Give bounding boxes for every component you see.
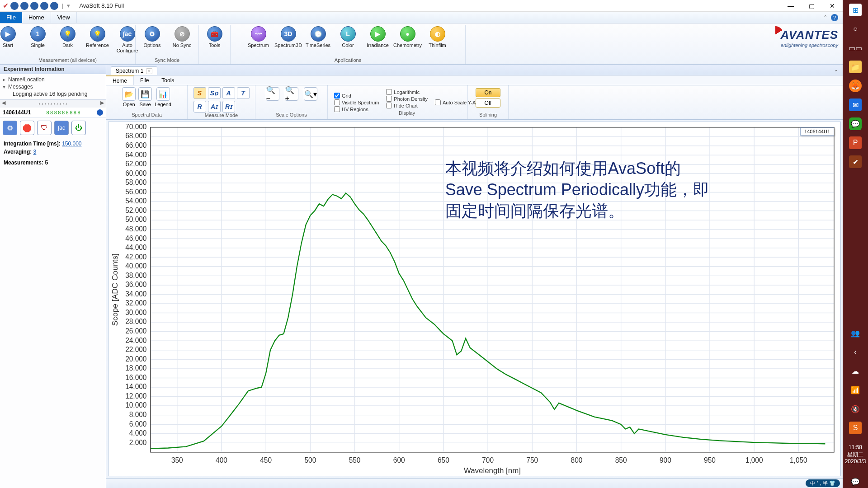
tab-spectrum-1[interactable]: Spectrum 1 × [111,66,157,75]
save-button[interactable]: 💾Save [138,87,152,107]
check-grid[interactable]: Grid [334,93,379,99]
taskbar-explorer-icon[interactable]: 📁 [849,61,862,73]
timeseries-button[interactable]: 🕒TimeSeries [305,26,332,48]
close-tab-icon[interactable]: × [146,68,152,74]
color-button[interactable]: LColor [335,26,362,48]
svg-text:26,000: 26,000 [125,327,147,335]
single-button[interactable]: 1Single [24,26,52,53]
taskbar-people-icon[interactable]: 👥 [849,327,862,339]
averaging-link[interactable]: 3 [33,149,37,155]
taskbar-cloud-icon[interactable]: ☁ [849,365,862,377]
quick-nav-4[interactable] [40,2,48,10]
tools-button[interactable]: 🧰Tools [201,26,228,48]
taskbar-firefox-icon[interactable]: 🦊 [849,80,862,92]
device-jac-icon[interactable]: ∫ac [54,121,69,135]
reference-button[interactable]: 💡Reference [84,26,111,53]
collapse-subribbon-icon[interactable]: ⌃ [834,69,843,75]
taskbar-circle-icon[interactable]: ○ [849,23,862,35]
spectrum3d-button[interactable]: 3DSpectrum3D [275,26,302,48]
taskbar-notifications-icon[interactable]: 💬 [849,475,862,488]
taskbar-ppt-icon[interactable]: P [849,136,862,149]
subtab-home[interactable]: Home [106,75,134,85]
svg-text:550: 550 [349,456,361,464]
thinfilm-button[interactable]: ◐Thinfilm [424,26,451,48]
spectrum-button[interactable]: 〰Spectrum [245,26,272,48]
options-button[interactable]: ⚙Options [139,26,166,48]
mode-s[interactable]: S [193,87,206,99]
mode-a[interactable]: A [222,87,235,99]
mode-ai[interactable]: Aɪ [208,101,221,113]
device-shield-icon[interactable]: 🛡 [37,121,52,135]
mode-ri[interactable]: Rɪ [222,101,235,113]
help-icon[interactable]: ? [831,14,838,21]
subtab-file[interactable]: File [134,75,155,85]
maximize-button[interactable]: ▢ [801,0,822,12]
subtab-tools[interactable]: Tools [155,75,180,85]
menu-home[interactable]: Home [22,12,51,23]
check-hide-chart[interactable]: Hide Chart [386,103,428,108]
tree-name-location[interactable]: ▸Name/Location [3,76,103,83]
ime-indicator[interactable]: 中 ° , 半 👕 [806,479,840,487]
irradiance-button[interactable]: ▶Irradiance [364,26,392,48]
mode-r[interactable]: R [193,101,206,113]
taskbar-wechat-icon[interactable]: 💬 [849,117,862,130]
dark-button[interactable]: 💡Dark [54,26,81,53]
taskbar-taskview-icon[interactable]: ▭▭ [849,42,862,54]
legend-button[interactable]: 📊Legend [155,87,171,107]
group-applications: Applications [335,57,361,63]
window-title: AvaSoft 8.10 Full [79,2,124,9]
check-uv[interactable]: UV Regions [334,106,379,112]
menu-view[interactable]: View [51,12,77,23]
close-button[interactable]: ✕ [822,0,843,12]
check-log[interactable]: Logarithmic [386,89,428,95]
zoom-dropdown[interactable]: 🔍▾ [304,87,317,101]
minimize-button[interactable]: — [780,0,801,12]
integration-time-link[interactable]: 150.000 [62,141,81,147]
svg-text:36,000: 36,000 [125,281,147,288]
taskbar-chevron-icon[interactable]: ‹ [849,346,862,358]
quick-nav-2[interactable] [20,2,28,10]
splining-on[interactable]: On [476,88,500,97]
taskbar-sound-icon[interactable]: 🔇 [849,403,862,415]
taskbar-sogou-icon[interactable]: S [849,422,862,434]
mode-t[interactable]: T [237,87,250,99]
taskbar-avasoft-icon[interactable]: ✔ [849,155,862,168]
ribbon: ▶Start 1Single 💡Dark 💡Reference ∫acAuto … [0,23,843,64]
panel-scroll[interactable]: ◀,,,,,,,,,,▶ [0,99,106,108]
collapse-ribbon-icon[interactable]: ⌃ [823,14,827,20]
system-clock[interactable]: 11:58 星期二 2020/3/3 [845,441,866,469]
check-visible-spectrum[interactable]: Visible Spectrum [334,99,379,105]
svg-text:16,000: 16,000 [125,374,147,381]
device-indicator [97,109,103,116]
svg-text:500: 500 [304,456,316,464]
tree-logging[interactable]: Logging active 16 logs pending [3,90,103,98]
device-stop-icon[interactable]: 🛑 [20,121,34,135]
menu-file[interactable]: File [0,12,22,23]
zoom-out-button[interactable]: 🔍− [266,87,279,101]
open-button[interactable]: 📂Open [122,87,136,107]
menubar: File Home View ⌃ ? [0,12,843,23]
device-row[interactable]: 1406144U1 888888888 [0,108,106,118]
chemometry-button[interactable]: ●Chemometry [394,26,421,48]
spectrum-chart[interactable]: 2,0004,0006,0008,00010,00012,00014,00016… [108,122,841,476]
quick-nav-3[interactable] [30,2,38,10]
check-photon[interactable]: Photon Density [386,96,428,102]
start-button[interactable]: ▶Start [0,26,22,53]
measure-mode-grid: S Sᴅ A T R Aɪ Rɪ [193,87,250,113]
svg-text:1,050: 1,050 [790,456,807,464]
tree-messages[interactable]: ▾Messages [3,83,103,90]
taskbar-wifi-icon[interactable]: 📶 [849,384,862,396]
mode-sd[interactable]: Sᴅ [208,87,221,99]
device-power-icon[interactable]: ⏻ [71,121,86,135]
quick-nav-5[interactable] [50,2,58,10]
quick-nav-1[interactable] [10,2,19,10]
taskbar-start-icon[interactable]: ⊞ [849,4,862,16]
no-sync-button[interactable]: ⊘No Sync [169,26,196,48]
svg-text:24,000: 24,000 [125,336,147,344]
device-settings-icon[interactable]: ⚙ [3,121,17,135]
zoom-in-button[interactable]: 🔍+ [285,87,298,101]
splining-off[interactable]: Off [476,99,500,108]
taskbar-mail-icon[interactable]: ✉ [849,99,862,111]
device-toolbar: ⚙ 🛑 🛡 ∫ac ⏻ [0,118,106,138]
svg-text:50,000: 50,000 [125,216,147,223]
